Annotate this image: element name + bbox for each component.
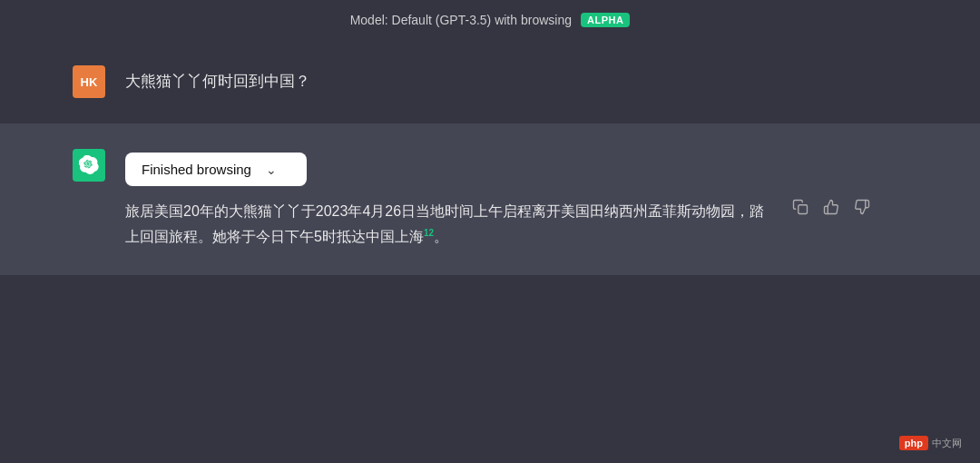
browsing-label: Finished browsing	[142, 162, 251, 177]
message-actions	[791, 194, 871, 216]
user-message-row: HK 大熊猫丫丫何时回到中国？	[0, 40, 980, 123]
model-label: Model: Default (GPT-3.5) with browsing	[350, 13, 572, 27]
watermark-site: 中文网	[932, 437, 962, 450]
copy-button[interactable]	[791, 198, 809, 216]
assistant-row-inner: Finished browsing ⌄ 旅居美国20年的大熊猫丫丫于2023年4…	[73, 149, 871, 250]
browsing-dropdown[interactable]: Finished browsing ⌄	[125, 153, 307, 186]
watermark: php 中文网	[899, 436, 962, 450]
assistant-response-text: 旅居美国20年的大熊猫丫丫于2023年4月26日当地时间上午启程离开美国田纳西州…	[125, 199, 771, 250]
response-text-part2: 。	[434, 229, 448, 244]
header: Model: Default (GPT-3.5) with browsing A…	[0, 0, 980, 40]
assistant-message-row: Finished browsing ⌄ 旅居美国20年的大熊猫丫丫于2023年4…	[0, 123, 980, 275]
citation-superscript: 12	[424, 228, 434, 238]
chat-area: HK 大熊猫丫丫何时回到中国？ Finished browsing ⌄	[0, 40, 980, 275]
assistant-message-content: Finished browsing ⌄ 旅居美国20年的大熊猫丫丫于2023年4…	[125, 149, 771, 250]
user-message-content: 大熊猫丫丫何时回到中国？	[125, 65, 871, 94]
thumbs-down-button[interactable]	[853, 198, 871, 216]
user-message-text: 大熊猫丫丫何时回到中国？	[125, 69, 871, 94]
chevron-down-icon: ⌄	[266, 163, 277, 177]
assistant-avatar	[73, 149, 105, 182]
thumbs-up-button[interactable]	[822, 198, 840, 216]
user-avatar: HK	[73, 65, 105, 98]
alpha-badge: ALPHA	[581, 13, 630, 27]
openai-icon	[79, 155, 99, 175]
svg-rect-0	[799, 205, 808, 214]
watermark-badge: php	[899, 436, 928, 450]
